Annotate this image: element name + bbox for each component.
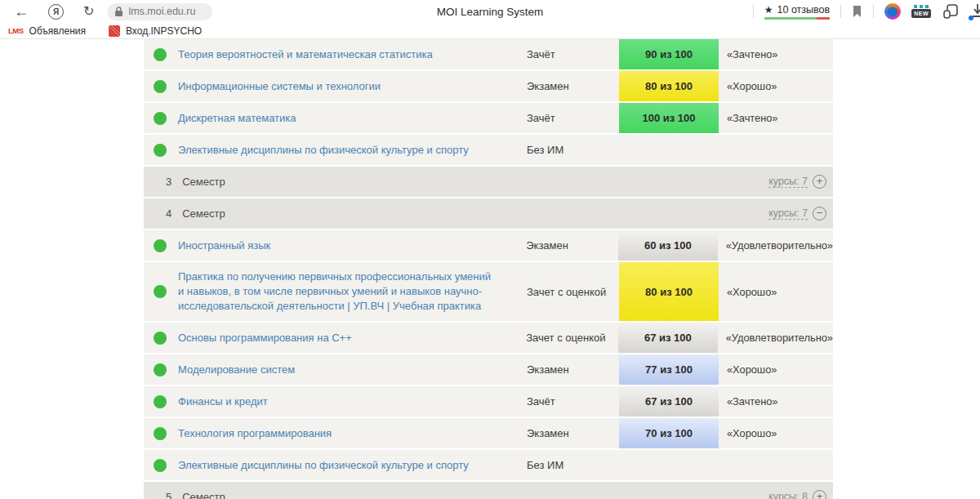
status-cell (144, 323, 178, 353)
status-dot-icon (154, 459, 167, 472)
course-name-cell: Основы программирования на C++ (178, 323, 526, 353)
downloads-icon[interactable] (970, 2, 980, 20)
assessment-type: Экзамен (527, 418, 619, 448)
status-dot-icon (154, 48, 167, 61)
grade-text (719, 450, 833, 480)
semester-header-row[interactable]: 3 Семестр курсы: 7 + (144, 167, 833, 197)
grades-table: Теория вероятностей и математическая ста… (144, 39, 833, 499)
page-title: MOI Learning System (437, 6, 544, 18)
score-badge: 90 из 100 (619, 39, 719, 69)
score-cell: 60 из 100 (618, 230, 718, 261)
status-dot-icon (154, 112, 167, 125)
expand-toggle-icon[interactable]: + (813, 490, 826, 499)
status-cell (144, 39, 178, 69)
semester-number: 4 (166, 207, 172, 220)
semester-label: Семестр (182, 176, 225, 188)
course-link[interactable]: Дискретная математика (178, 111, 296, 126)
courses-count-link[interactable]: курсы: 8 (768, 491, 808, 499)
grade-text: «Хорошо» (719, 71, 833, 101)
course-link[interactable]: Теория вероятностей и математическая ста… (178, 47, 433, 62)
status-cell (144, 386, 178, 417)
course-row: Элективные дисциплины по физической куль… (144, 135, 833, 165)
score-cell (619, 450, 719, 480)
course-row: Дискретная математика Зачёт 100 из 100 «… (144, 103, 833, 133)
expand-toggle-icon[interactable]: + (813, 175, 826, 189)
courses-count-link[interactable]: курсы: 7 (768, 176, 808, 188)
score-cell: 100 из 100 (619, 103, 719, 133)
course-name-cell: Элективные дисциплины по физической куль… (178, 135, 527, 165)
semester-controls: курсы: 7 + (768, 175, 833, 189)
course-link[interactable]: Элективные дисциплины по физической куль… (178, 143, 469, 158)
course-link[interactable]: Иностранный язык (178, 238, 270, 253)
status-dot-icon (154, 332, 167, 345)
course-link[interactable]: Технология программирования (178, 426, 332, 441)
course-name-cell: Практика по получению первичных професси… (178, 262, 527, 321)
download-notification-dot (969, 16, 973, 20)
assessment-type: Зачет с оценкой (526, 323, 618, 353)
status-cell (144, 230, 178, 261)
extension-profile-icon[interactable] (884, 3, 901, 20)
course-link[interactable]: Моделирование систем (178, 363, 295, 377)
assessment-type: Зачёт (527, 103, 619, 133)
score-badge: 70 из 100 (619, 418, 719, 448)
score-cell: 67 из 100 (618, 323, 718, 353)
score-badge: 60 из 100 (618, 230, 718, 261)
status-dot-icon (154, 144, 167, 157)
bookmark-announcements[interactable]: LMS Объявления (8, 25, 86, 37)
score-cell: 90 из 100 (619, 39, 719, 69)
assessment-type: Зачёт (527, 386, 619, 417)
back-button[interactable]: ← (14, 4, 29, 19)
score-badge: 67 из 100 (619, 386, 719, 417)
course-link[interactable]: Финансы и кредит (178, 394, 268, 409)
bookmark-flag-icon[interactable] (852, 5, 862, 18)
course-row: Иностранный язык Экзамен 60 из 100 «Удов… (144, 230, 833, 261)
divider (840, 5, 841, 18)
score-cell: 77 из 100 (619, 354, 719, 385)
expand-toggle-icon[interactable]: − (813, 207, 826, 221)
status-cell (144, 103, 178, 133)
status-cell (144, 354, 178, 385)
score-badge (619, 135, 719, 165)
semester-number: 5 (166, 491, 172, 499)
course-name-cell: Дискретная математика (178, 103, 527, 133)
course-link[interactable]: Информационные системы и технологии (178, 79, 381, 94)
new-extension-icon[interactable]: NEW (911, 5, 931, 18)
grade-text: «Хорошо» (719, 354, 833, 385)
semester-header-row[interactable]: 5 Семестр курсы: 8 + (144, 482, 833, 499)
address-bar[interactable]: lms.moi.edu.ru (107, 3, 212, 20)
status-dot-icon (154, 363, 167, 376)
semester-controls: курсы: 7 − (768, 207, 833, 221)
course-row: Информационные системы и технологии Экза… (144, 71, 833, 101)
status-dot-icon (154, 285, 167, 298)
status-dot-icon (154, 395, 167, 408)
status-dot-icon (154, 239, 167, 252)
course-link[interactable]: Практика по получению первичных професси… (178, 270, 494, 314)
semester-number: 3 (166, 176, 172, 188)
semester-header-row[interactable]: 4 Семестр курсы: 7 − (144, 198, 833, 229)
tag-extension-icon[interactable] (942, 3, 960, 20)
bookmark-inpsycho[interactable]: Вход.INPSYCHO (109, 25, 202, 37)
assessment-type: Экзамен (527, 71, 619, 101)
semester-title: 5 Семестр (144, 491, 225, 499)
inpsycho-logo-icon (109, 25, 120, 37)
toolbar-right-cluster: ★ 10 отзывов NEW (753, 0, 980, 23)
yandex-icon[interactable]: Я (48, 4, 64, 20)
rating-bar-positive (764, 17, 817, 20)
reload-button[interactable]: ↻ (83, 5, 94, 18)
score-cell: 67 из 100 (619, 386, 719, 417)
url-text: lms.moi.edu.ru (128, 6, 195, 17)
course-row: Теория вероятностей и математическая ста… (144, 39, 833, 69)
course-row: Технология программирования Экзамен 70 и… (144, 418, 833, 448)
courses-count-link[interactable]: курсы: 7 (768, 207, 808, 220)
rating-bar-negative (817, 17, 830, 20)
grade-text: «Зачтено» (719, 386, 833, 417)
reviews-rating[interactable]: ★ 10 отзывов (764, 4, 830, 20)
semester-controls: курсы: 8 + (768, 490, 833, 499)
assessment-type: Без ИМ (527, 450, 619, 480)
course-link[interactable]: Элективные дисциплины по физической куль… (178, 458, 469, 473)
course-link[interactable]: Основы программирования на C++ (178, 331, 352, 345)
course-name-cell: Информационные системы и технологии (178, 71, 527, 101)
assessment-type: Экзамен (527, 354, 619, 385)
course-row: Моделирование систем Экзамен 77 из 100 «… (144, 354, 833, 385)
grade-text: «Хорошо» (719, 418, 833, 448)
